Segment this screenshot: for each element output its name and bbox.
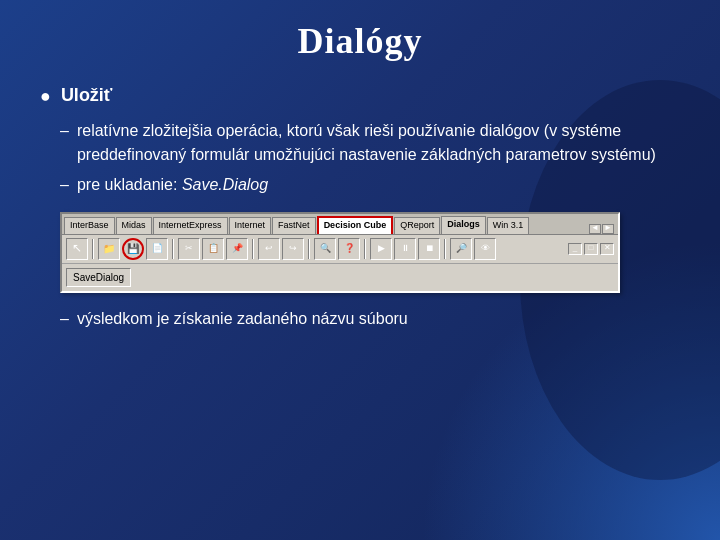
undo-btn[interactable]: ↩ (258, 238, 280, 260)
main-bullet: ● Uložiť (40, 82, 680, 111)
toolbar-screenshot: InterBase Midas InternetExpress Internet… (60, 212, 620, 293)
search-btn[interactable]: 🔍 (314, 238, 336, 260)
dash-2: – (60, 173, 69, 198)
toolbar-bottom-row: SaveDialog (62, 264, 618, 292)
separator-1 (92, 239, 94, 259)
scroll-right[interactable]: ► (602, 224, 614, 234)
save-btn[interactable]: 💾 (122, 238, 144, 260)
bullet-icon: ● (40, 83, 51, 111)
sub-text-1: relatívne zložitejšia operácia, ktorú vš… (77, 119, 680, 167)
help-btn[interactable]: ❓ (338, 238, 360, 260)
folder-btn[interactable]: 📁 (98, 238, 120, 260)
tab-dialogs[interactable]: Dialogs (441, 216, 486, 234)
dash-1: – (60, 119, 69, 144)
sub-item-1: – relatívne zložitejšia operácia, ktorú … (60, 119, 680, 167)
slide-title: Dialógy (40, 20, 680, 62)
maximize-btn[interactable]: □ (584, 243, 598, 255)
sub-item-2: – pre ukladanie: Save.Dialog (60, 173, 680, 198)
tab-qreport[interactable]: QReport (394, 217, 440, 234)
slide-content: ● Uložiť – relatívne zložitejšia operáci… (40, 82, 680, 332)
sub-text-2: pre ukladanie: Save.Dialog (77, 173, 268, 197)
cursor-btn[interactable]: ↖ (66, 238, 88, 260)
sub-text-2-prefix: pre ukladanie: (77, 176, 182, 193)
tab-fastnet[interactable]: FastNet (272, 217, 316, 234)
toolbar-tabs: InterBase Midas InternetExpress Internet… (62, 214, 618, 235)
sub-item-3: – výsledkom je získanie zadaného názvu s… (60, 307, 680, 332)
tab-decision-cube[interactable]: Decision Cube (317, 216, 394, 234)
zoom-btn[interactable]: 🔎 (450, 238, 472, 260)
save-dialog-label: SaveDialog (66, 268, 131, 288)
view-btn[interactable]: 👁 (474, 238, 496, 260)
separator-2 (172, 239, 174, 259)
window-controls: _ □ ✕ (568, 243, 614, 255)
sub-text-3: výsledkom je získanie zadaného názvu súb… (77, 307, 408, 331)
tab-midas[interactable]: Midas (116, 217, 152, 234)
dash-3: – (60, 307, 69, 332)
minimize-btn[interactable]: _ (568, 243, 582, 255)
pause-btn[interactable]: ⏸ (394, 238, 416, 260)
close-btn[interactable]: ✕ (600, 243, 614, 255)
separator-4 (308, 239, 310, 259)
tab-interbase[interactable]: InterBase (64, 217, 115, 234)
new-btn[interactable]: 📄 (146, 238, 168, 260)
copy-btn[interactable]: 📋 (202, 238, 224, 260)
cut-btn[interactable]: ✂ (178, 238, 200, 260)
slide: Dialógy ● Uložiť – relatívne zložitejšia… (0, 0, 720, 540)
sub-text-2-italic: Save.Dialog (182, 176, 268, 193)
separator-3 (252, 239, 254, 259)
paste-btn[interactable]: 📌 (226, 238, 248, 260)
separator-5 (364, 239, 366, 259)
tab-internet[interactable]: Internet (229, 217, 272, 234)
bullet-label: Uložiť (61, 82, 113, 110)
run-btn[interactable]: ▶ (370, 238, 392, 260)
tab-internetexpress[interactable]: InternetExpress (153, 217, 228, 234)
scroll-left[interactable]: ◄ (589, 224, 601, 234)
toolbar-buttons-row: ↖ 📁 💾 📄 ✂ 📋 📌 ↩ ↪ (62, 235, 618, 264)
tab-win31[interactable]: Win 3.1 (487, 217, 530, 234)
redo-btn[interactable]: ↪ (282, 238, 304, 260)
separator-6 (444, 239, 446, 259)
stop-btn[interactable]: ⏹ (418, 238, 440, 260)
